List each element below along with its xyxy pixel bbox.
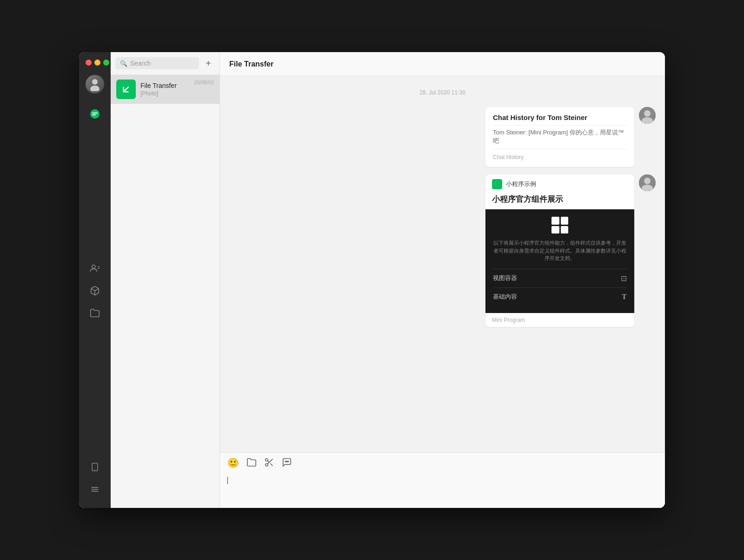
mp-preview-text: 以下将展示小程序官方组件能力，组件样式仅供参考，开发者可根据自身需求自定义组件样…	[493, 239, 627, 262]
mp-menu-label-1: 视图容器	[493, 274, 517, 282]
sidebar-narrow	[79, 52, 111, 508]
date-divider: 28. Jul 2020 11:30	[229, 89, 656, 96]
mini-program-header: 小程序示例	[485, 174, 634, 194]
messages-area[interactable]: 28. Jul 2020 11:30 Chat History for Tom …	[220, 76, 665, 452]
mp-grid-cell-3	[551, 226, 559, 234]
mp-grid-cell-1	[551, 217, 559, 225]
sender-avatar-1	[639, 107, 656, 124]
sidebar-chat-icon[interactable]	[86, 105, 104, 123]
chat-list: File Transfer [Photo] 20/08/03	[111, 75, 219, 508]
chat-list-panel: 🔍 + File Transfer [Photo] 20/08/03	[111, 52, 220, 508]
sidebar-contacts-icon[interactable]	[86, 259, 104, 278]
svg-point-1	[90, 86, 100, 91]
search-input-wrap[interactable]: 🔍	[115, 57, 199, 69]
mp-preview-icon	[493, 217, 627, 233]
svg-point-24	[285, 461, 286, 462]
message-row-mini-program: 小程序示例 小程序官方组件展示 以下将展示小程序官方组件能力，组	[229, 174, 656, 327]
svg-point-0	[92, 79, 98, 85]
chat-name: File Transfer	[140, 82, 189, 89]
mp-menu-item-2[interactable]: 基础内容 𝐓	[493, 287, 627, 306]
mp-menu-icon-2: 𝐓	[622, 293, 627, 301]
text-cursor	[227, 477, 228, 484]
chat-history-preview: Tom Steiner: [Mini Program] 你的心意，用星说™吧	[493, 128, 627, 149]
svg-point-17	[644, 178, 651, 184]
emoji-icon[interactable]: 🙂	[227, 457, 239, 470]
main-window: 🔍 + File Transfer [Photo] 20/08/03	[79, 52, 665, 508]
file-attach-icon[interactable]	[246, 457, 257, 470]
mini-program-card[interactable]: 小程序示例 小程序官方组件展示 以下将展示小程序官方组件能力，组	[485, 174, 634, 327]
minimize-button[interactable]	[94, 60, 100, 66]
mp-menu-label-2: 基础内容	[493, 293, 517, 301]
svg-point-25	[286, 461, 287, 462]
chat-item-file-transfer[interactable]: File Transfer [Photo] 20/08/03	[111, 75, 219, 104]
svg-point-13	[644, 110, 651, 117]
sidebar-phone-icon[interactable]	[86, 458, 104, 476]
chat-preview: [Photo]	[140, 90, 189, 97]
mini-program-footer: Mini Program	[485, 313, 634, 327]
chat-info-file-transfer: File Transfer [Photo]	[140, 82, 189, 97]
mini-program-source-name: 小程序示例	[506, 180, 536, 188]
mp-grid-icon	[551, 217, 568, 233]
mp-grid-cell-4	[561, 226, 569, 234]
voice-chat-icon[interactable]	[282, 457, 292, 470]
mp-menu-item-1[interactable]: 视图容器 ⊡	[493, 269, 627, 287]
add-button[interactable]: +	[202, 57, 215, 70]
message-row-chat-history: Chat History for Tom Steiner Tom Steiner…	[229, 107, 656, 167]
chat-avatar-file-transfer	[116, 80, 136, 99]
traffic-lights	[79, 60, 109, 66]
mini-program-logo	[492, 179, 502, 189]
mini-program-preview: 以下将展示小程序官方组件能力，组件样式仅供参考，开发者可根据自身需求自定义组件样…	[485, 209, 634, 313]
search-icon: 🔍	[120, 60, 127, 67]
search-input[interactable]	[130, 60, 194, 67]
input-toolbar: 🙂	[227, 457, 658, 470]
svg-point-19	[266, 459, 268, 461]
chat-header-title: File Transfer	[229, 60, 273, 68]
chat-history-label: Chat History	[493, 154, 627, 160]
sidebar-menu-icon[interactable]	[86, 480, 104, 499]
user-avatar[interactable]	[86, 75, 104, 93]
mp-grid-cell-2	[561, 217, 569, 225]
chat-header: File Transfer	[220, 52, 665, 76]
svg-line-22	[270, 463, 272, 466]
input-area: 🙂	[220, 452, 665, 508]
scissors-icon[interactable]	[264, 457, 274, 470]
search-bar: 🔍 +	[111, 52, 219, 75]
svg-line-23	[267, 460, 269, 462]
chat-history-card-title: Chat History for Tom Steiner	[493, 113, 627, 126]
chat-main: File Transfer 28. Jul 2020 11:30 Chat Hi…	[220, 52, 665, 508]
svg-point-2	[90, 109, 100, 119]
mp-menu-icon-1: ⊡	[621, 274, 627, 283]
sidebar-box-icon[interactable]	[86, 281, 104, 300]
close-button[interactable]	[86, 60, 92, 66]
sender-avatar-2	[639, 174, 656, 191]
svg-point-20	[266, 464, 268, 467]
maximize-button[interactable]	[103, 60, 109, 66]
svg-point-3	[92, 265, 95, 268]
mini-program-title: 小程序官方组件展示	[485, 194, 634, 209]
chat-history-card[interactable]: Chat History for Tom Steiner Tom Steiner…	[485, 107, 634, 167]
svg-point-26	[288, 461, 289, 462]
svg-point-15	[493, 180, 501, 188]
text-input-area[interactable]	[227, 474, 658, 487]
chat-time: 20/08/03	[194, 80, 214, 85]
sidebar-folder-icon[interactable]	[86, 304, 104, 322]
